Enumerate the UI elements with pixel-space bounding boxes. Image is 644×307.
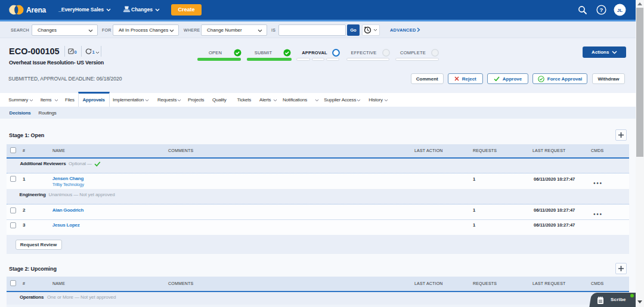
svg-text:?: ? <box>600 7 603 13</box>
svg-text:JL: JL <box>617 8 623 13</box>
